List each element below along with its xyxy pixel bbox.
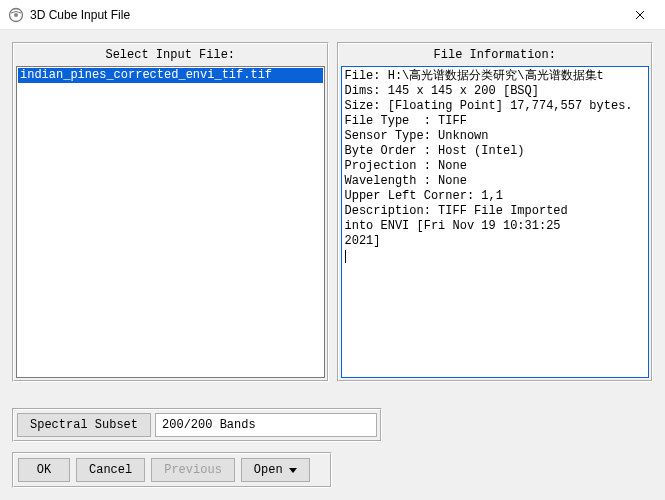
text-caret [345,250,346,263]
file-info-text[interactable]: File: H:\高光谱数据分类研究\高光谱数据集t Dims: 145 x 1… [341,66,650,378]
svg-point-1 [14,13,18,17]
open-button-label: Open [254,463,283,477]
spectral-subset-value: 200/200 Bands [155,413,377,437]
dialog-button-row: OK Cancel Previous Open [12,452,332,488]
open-button[interactable]: Open [241,458,310,482]
spectral-subset-button[interactable]: Spectral Subset [17,413,151,437]
list-item[interactable]: indian_pines_corrected_envi_tif.tif [18,68,323,83]
select-input-panel: Select Input File: indian_pines_correcte… [12,42,329,382]
file-info-content: File: H:\高光谱数据分类研究\高光谱数据集t Dims: 145 x 1… [345,69,633,248]
select-input-header: Select Input File: [16,46,325,66]
dialog-window: 3D Cube Input File Select Input File: in… [0,0,665,500]
file-info-panel: File Information: File: H:\高光谱数据分类研究\高光谱… [337,42,654,382]
spectral-subset-row: Spectral Subset 200/200 Bands [12,408,382,442]
previous-button: Previous [151,458,235,482]
file-info-header: File Information: [341,46,650,66]
app-icon [8,7,24,23]
titlebar[interactable]: 3D Cube Input File [0,0,665,30]
input-file-list[interactable]: indian_pines_corrected_envi_tif.tif [16,66,325,378]
chevron-down-icon [289,468,297,473]
window-title: 3D Cube Input File [30,8,617,22]
client-area: Select Input File: indian_pines_correcte… [0,30,665,500]
panels-row: Select Input File: indian_pines_correcte… [12,42,653,382]
ok-button[interactable]: OK [18,458,70,482]
cancel-button[interactable]: Cancel [76,458,145,482]
window-close-button[interactable] [617,1,663,29]
